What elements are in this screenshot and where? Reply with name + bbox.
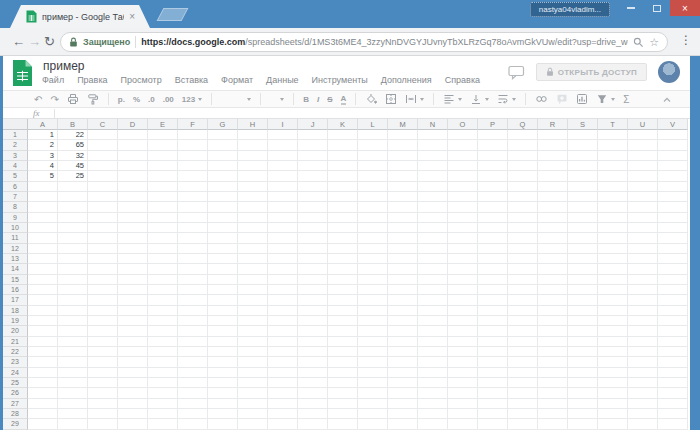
- cell-C20[interactable]: [88, 326, 118, 336]
- row-header-5[interactable]: 5: [3, 171, 28, 181]
- cell-H10[interactable]: [238, 223, 268, 233]
- cell-E13[interactable]: [148, 254, 178, 264]
- cell-L25[interactable]: [358, 378, 388, 388]
- cell-L10[interactable]: [358, 223, 388, 233]
- row-header-27[interactable]: 27: [3, 399, 28, 409]
- cell-F6[interactable]: [178, 182, 208, 192]
- cell-K14[interactable]: [328, 264, 358, 274]
- cell-R1[interactable]: [538, 130, 568, 140]
- cell-I12[interactable]: [268, 244, 298, 254]
- cell-U14[interactable]: [628, 264, 658, 274]
- cell-V8[interactable]: [658, 202, 688, 212]
- cell-B11[interactable]: [58, 233, 88, 243]
- cell-D19[interactable]: [118, 316, 148, 326]
- cell-B4[interactable]: 45: [58, 161, 88, 171]
- cell-S20[interactable]: [568, 326, 598, 336]
- cell-D1[interactable]: [118, 130, 148, 140]
- cell-L20[interactable]: [358, 326, 388, 336]
- cell-T1[interactable]: [598, 130, 628, 140]
- cell-E27[interactable]: [148, 399, 178, 409]
- cell-C1[interactable]: [88, 130, 118, 140]
- cell-H19[interactable]: [238, 316, 268, 326]
- cell-S21[interactable]: [568, 337, 598, 347]
- cell-J15[interactable]: [298, 275, 328, 285]
- increase-decimal-button[interactable]: .00: [163, 95, 174, 104]
- cell-N22[interactable]: [418, 347, 448, 357]
- cell-L24[interactable]: [358, 368, 388, 378]
- cell-F26[interactable]: [178, 388, 208, 398]
- cell-H9[interactable]: [238, 213, 268, 223]
- cell-K16[interactable]: [328, 285, 358, 295]
- cell-K10[interactable]: [328, 223, 358, 233]
- cell-Q29[interactable]: [508, 419, 538, 429]
- cell-M14[interactable]: [388, 264, 418, 274]
- cell-E16[interactable]: [148, 285, 178, 295]
- cell-N6[interactable]: [418, 182, 448, 192]
- cell-N5[interactable]: [418, 171, 448, 181]
- cell-G3[interactable]: [208, 151, 238, 161]
- cell-O12[interactable]: [448, 244, 478, 254]
- currency-format-button[interactable]: р.: [118, 95, 125, 104]
- cell-H7[interactable]: [238, 192, 268, 202]
- cell-U13[interactable]: [628, 254, 658, 264]
- cell-S17[interactable]: [568, 295, 598, 305]
- cell-U26[interactable]: [628, 388, 658, 398]
- cell-I14[interactable]: [268, 264, 298, 274]
- cell-Q19[interactable]: [508, 316, 538, 326]
- cell-P15[interactable]: [478, 275, 508, 285]
- cell-P6[interactable]: [478, 182, 508, 192]
- cell-P14[interactable]: [478, 264, 508, 274]
- cell-L6[interactable]: [358, 182, 388, 192]
- cell-E26[interactable]: [148, 388, 178, 398]
- menu-item-addons[interactable]: Дополнения: [381, 75, 432, 85]
- cell-D13[interactable]: [118, 254, 148, 264]
- menu-item-view[interactable]: Просмотр: [121, 75, 162, 85]
- cell-T18[interactable]: [598, 306, 628, 316]
- cell-T27[interactable]: [598, 399, 628, 409]
- decrease-decimal-button[interactable]: .0: [148, 95, 155, 104]
- cell-C11[interactable]: [88, 233, 118, 243]
- cell-G9[interactable]: [208, 213, 238, 223]
- cell-K12[interactable]: [328, 244, 358, 254]
- cell-S14[interactable]: [568, 264, 598, 274]
- cell-I26[interactable]: [268, 388, 298, 398]
- cell-E22[interactable]: [148, 347, 178, 357]
- cell-U18[interactable]: [628, 306, 658, 316]
- minimize-button[interactable]: [618, 0, 644, 16]
- cell-T25[interactable]: [598, 378, 628, 388]
- maximize-button[interactable]: [644, 0, 670, 16]
- cell-B20[interactable]: [58, 326, 88, 336]
- cell-T23[interactable]: [598, 357, 628, 367]
- insert-link-icon[interactable]: [535, 93, 548, 105]
- cell-P16[interactable]: [478, 285, 508, 295]
- cell-P27[interactable]: [478, 399, 508, 409]
- cell-F10[interactable]: [178, 223, 208, 233]
- cell-K21[interactable]: [328, 337, 358, 347]
- cell-J16[interactable]: [298, 285, 328, 295]
- cell-L15[interactable]: [358, 275, 388, 285]
- column-header-R[interactable]: R: [538, 119, 568, 130]
- cell-H15[interactable]: [238, 275, 268, 285]
- cell-E3[interactable]: [148, 151, 178, 161]
- cell-M6[interactable]: [388, 182, 418, 192]
- cell-A1[interactable]: 1: [28, 130, 58, 140]
- cell-L29[interactable]: [358, 419, 388, 429]
- cell-D28[interactable]: [118, 409, 148, 419]
- cell-F14[interactable]: [178, 264, 208, 274]
- cell-O16[interactable]: [448, 285, 478, 295]
- cell-B6[interactable]: [58, 182, 88, 192]
- cell-E6[interactable]: [148, 182, 178, 192]
- column-header-B[interactable]: B: [58, 119, 88, 130]
- cell-K4[interactable]: [328, 161, 358, 171]
- refresh-icon[interactable]: ↻: [44, 33, 55, 51]
- cell-D26[interactable]: [118, 388, 148, 398]
- cell-M13[interactable]: [388, 254, 418, 264]
- row-header-15[interactable]: 15: [3, 275, 28, 285]
- cell-A19[interactable]: [28, 316, 58, 326]
- cell-H20[interactable]: [238, 326, 268, 336]
- cell-L16[interactable]: [358, 285, 388, 295]
- cell-R10[interactable]: [538, 223, 568, 233]
- cell-S4[interactable]: [568, 161, 598, 171]
- print-icon[interactable]: [67, 93, 79, 105]
- row-header-18[interactable]: 18: [3, 306, 28, 316]
